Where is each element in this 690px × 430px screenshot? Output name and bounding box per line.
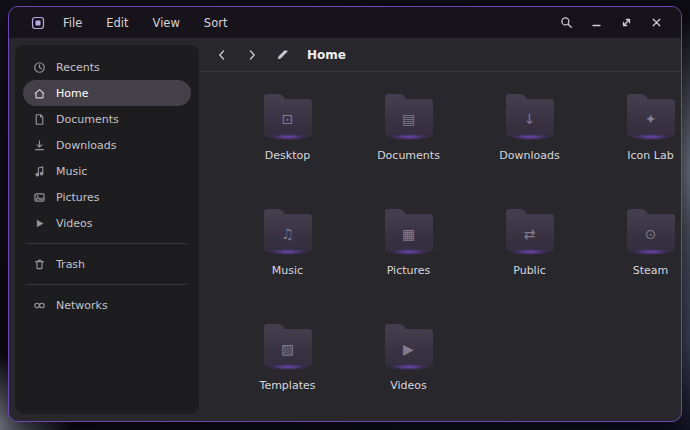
menu-file[interactable]: File: [63, 16, 82, 30]
sidebar-item-label: Downloads: [56, 139, 116, 152]
file-label: Music: [272, 264, 303, 277]
music-note-icon: [33, 165, 46, 178]
documents-emblem-icon: ▤: [385, 100, 433, 137]
file-label: Documents: [377, 149, 440, 162]
download-icon: [33, 139, 46, 152]
sidebar-item-label: Music: [56, 165, 87, 178]
iconlab-emblem-icon: ✦: [627, 100, 675, 137]
sidebar-item-networks[interactable]: Networks: [23, 292, 191, 318]
templates-emblem-icon: ▨: [264, 330, 312, 367]
sidebar-item-music[interactable]: Music: [23, 158, 191, 184]
downloads-folder-icon: ↓: [506, 99, 554, 137]
sidebar-item-home[interactable]: Home: [23, 80, 191, 106]
back-icon[interactable]: [213, 46, 231, 64]
file-label: Steam: [633, 264, 669, 277]
main-panel: Home ⊡ Desktop ▤ Documents ↓ Downloads ✦: [199, 38, 681, 421]
minimize-icon[interactable]: [585, 12, 607, 34]
sidebar-item-label: Networks: [56, 299, 108, 312]
iconlab-folder-icon: ✦: [627, 99, 675, 137]
file-item-downloads[interactable]: ↓ Downloads: [478, 90, 582, 205]
templates-folder-icon: ▨: [264, 329, 312, 367]
desktop-folder-icon: ⊡: [264, 99, 312, 137]
file-item-steam[interactable]: ⊙ Steam: [599, 205, 682, 320]
clock-icon: [33, 61, 46, 74]
file-item-pictures[interactable]: ▦ Pictures: [357, 205, 461, 320]
picture-icon: [33, 191, 46, 204]
close-icon[interactable]: [645, 12, 667, 34]
steam-folder-icon: ⊙: [627, 214, 675, 252]
edit-path-icon[interactable]: [273, 46, 291, 64]
breadcrumb[interactable]: Home: [307, 48, 346, 62]
file-item-desktop[interactable]: ⊡ Desktop: [236, 90, 340, 205]
file-item-templates[interactable]: ▨ Templates: [236, 320, 340, 421]
sidebar-separator: [27, 284, 187, 285]
file-item-icon-lab[interactable]: ✦ Icon Lab: [599, 90, 682, 205]
file-label: Videos: [390, 379, 427, 392]
sidebar-item-videos[interactable]: Videos: [23, 210, 191, 236]
sidebar-item-label: Recents: [56, 61, 100, 74]
videos-folder-icon: ▶: [385, 329, 433, 367]
document-icon: [33, 113, 46, 126]
videos-emblem-icon: ▶: [385, 330, 433, 367]
sidebar-item-label: Videos: [56, 217, 93, 230]
trash-icon: [33, 258, 46, 271]
pictures-emblem-icon: ▦: [385, 215, 433, 252]
sidebar-item-documents[interactable]: Documents: [23, 106, 191, 132]
menu-sort[interactable]: Sort: [204, 16, 228, 30]
search-icon[interactable]: [555, 12, 577, 34]
pictures-folder-icon: ▦: [385, 214, 433, 252]
sidebar-item-pictures[interactable]: Pictures: [23, 184, 191, 210]
titlebar: File Edit View Sort: [9, 7, 681, 38]
file-label: Templates: [260, 379, 316, 392]
file-label: Desktop: [265, 149, 310, 162]
toolbar: Home: [199, 38, 681, 72]
music-emblem-icon: ♫: [264, 215, 312, 252]
maximize-icon[interactable]: [615, 12, 637, 34]
steam-emblem-icon: ⊙: [627, 215, 675, 252]
sidebar-item-downloads[interactable]: Downloads: [23, 132, 191, 158]
file-item-public[interactable]: ⇄ Public: [478, 205, 582, 320]
file-item-music[interactable]: ♫ Music: [236, 205, 340, 320]
sidebar-separator: [27, 243, 187, 244]
play-icon: [33, 217, 46, 230]
file-label: Icon Lab: [627, 149, 673, 162]
menu-edit[interactable]: Edit: [106, 16, 128, 30]
sidebar-item-label: Trash: [56, 258, 85, 271]
public-folder-icon: ⇄: [506, 214, 554, 252]
file-manager-window: File Edit View Sort Recents: [8, 6, 682, 422]
window-content: Recents Home Documents Downloads: [9, 38, 681, 421]
sidebar: Recents Home Documents Downloads: [15, 45, 199, 414]
downloads-emblem-icon: ↓: [506, 100, 554, 137]
sidebar-item-trash[interactable]: Trash: [23, 251, 191, 277]
home-icon: [33, 87, 46, 100]
file-item-documents[interactable]: ▤ Documents: [357, 90, 461, 205]
network-icon: [33, 299, 46, 312]
file-label: Pictures: [387, 264, 431, 277]
documents-folder-icon: ▤: [385, 99, 433, 137]
sidebar-item-label: Pictures: [56, 191, 100, 204]
forward-icon[interactable]: [243, 46, 261, 64]
file-label: Public: [513, 264, 546, 277]
file-grid: ⊡ Desktop ▤ Documents ↓ Downloads ✦ Icon…: [199, 72, 681, 421]
file-label: Downloads: [499, 149, 559, 162]
desktop-emblem-icon: ⊡: [264, 100, 312, 137]
app-icon: [31, 16, 45, 30]
sidebar-item-label: Home: [56, 87, 88, 100]
public-emblem-icon: ⇄: [506, 215, 554, 252]
sidebar-item-label: Documents: [56, 113, 119, 126]
menu-view[interactable]: View: [153, 16, 180, 30]
file-item-videos[interactable]: ▶ Videos: [357, 320, 461, 421]
music-folder-icon: ♫: [264, 214, 312, 252]
sidebar-item-recents[interactable]: Recents: [23, 54, 191, 80]
